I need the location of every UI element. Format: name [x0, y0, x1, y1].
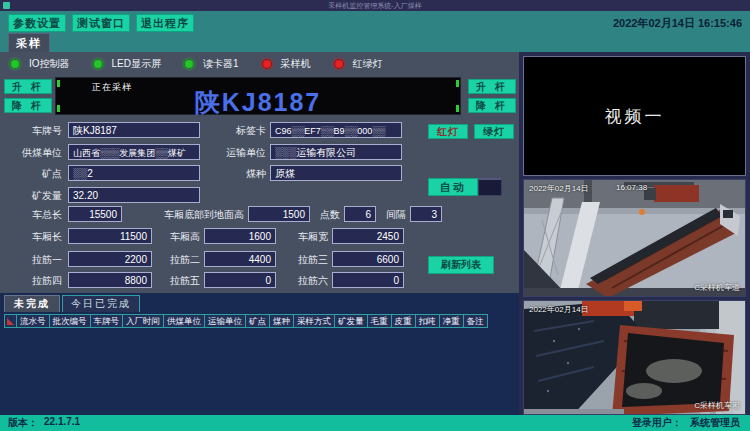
col-gross[interactable]: 毛重	[368, 314, 392, 328]
version-label: 版本：	[8, 416, 38, 430]
display-corner-marker	[57, 80, 60, 87]
col-transporter[interactable]: 运输单位	[205, 314, 246, 328]
tab-today-done[interactable]: 今日已完成	[62, 295, 140, 312]
card-reader-led-icon	[184, 59, 194, 69]
bed-length-label: 车厢长	[0, 230, 62, 244]
lower-rod-left-button[interactable]: 降 杆	[4, 98, 52, 113]
col-sampling-mode[interactable]: 采样方式	[294, 314, 335, 328]
display-corner-marker	[456, 80, 459, 87]
plate-number-display: 陕KJ8187	[56, 86, 460, 119]
tie4-label: 拉筋四	[0, 274, 62, 288]
col-tare[interactable]: 皮重	[392, 314, 416, 328]
plate-label: 车牌号	[0, 124, 62, 138]
tab-unfinished[interactable]: 未完成	[4, 295, 60, 312]
col-serial[interactable]: 流水号	[17, 314, 50, 328]
tie5-field[interactable]: 0	[204, 272, 276, 288]
sampler-label: 采样机	[281, 57, 311, 71]
col-mine-point[interactable]: 矿点	[246, 314, 270, 328]
bed-width-field[interactable]: 2450	[332, 228, 404, 244]
mine-point-label: 矿点	[0, 167, 62, 181]
tie1-field[interactable]: 2200	[68, 251, 152, 267]
col-plate[interactable]: 车牌号	[91, 314, 124, 328]
col-net[interactable]: 净重	[440, 314, 464, 328]
status-bar: 版本： 22.1.7.1 登录用户： 系统管理员	[0, 415, 750, 431]
red-light-button[interactable]: 红灯	[428, 124, 468, 139]
green-light-button[interactable]: 绿灯	[474, 124, 514, 139]
exit-program-button[interactable]: 退出程序	[136, 14, 194, 32]
cam1-time-overlay: 16:07:38	[616, 183, 647, 192]
led-screen-led-icon	[93, 59, 103, 69]
version-value: 22.1.7.1	[44, 416, 80, 430]
auto-toggle-indicator[interactable]	[478, 178, 502, 196]
bed-width-label: 车厢宽	[284, 230, 328, 244]
bed-to-ground-label: 车厢底部到地面高	[122, 208, 244, 222]
col-coal-type[interactable]: 煤种	[270, 314, 294, 328]
plate-field[interactable]: 陕KJ8187	[68, 122, 200, 138]
video-panel-1: 视频一	[523, 56, 746, 176]
tie3-label: 拉筋三	[284, 253, 328, 267]
tie6-field[interactable]: 0	[332, 272, 404, 288]
lower-rod-right-button[interactable]: 降 杆	[468, 98, 516, 113]
bed-height-field[interactable]: 1600	[204, 228, 276, 244]
window-title: 采样机监控管理系统-入厂煤样	[0, 1, 750, 11]
io-controller-led-icon	[10, 59, 20, 69]
datetime-display: 2022年02月14日 16:15:46	[613, 16, 742, 31]
auto-button[interactable]: 自动	[428, 178, 478, 196]
truck-total-length-label: 车总长	[0, 208, 62, 222]
cam2-date-overlay: 2022年02月14日	[529, 304, 589, 315]
supplier-field[interactable]: 山西省░░░发展集团░░煤矿	[68, 144, 200, 160]
raise-rod-left-button[interactable]: 升 杆	[4, 79, 52, 94]
tie2-label: 拉筋二	[156, 253, 200, 267]
video1-label: 视频一	[605, 105, 665, 128]
bed-length-field[interactable]: 11500	[68, 228, 152, 244]
tie1-label: 拉筋一	[0, 253, 62, 267]
led-display: 正在采样 陕KJ8187	[55, 77, 461, 115]
traffic-light-led-icon	[334, 59, 344, 69]
io-controller-label: IO控制器	[29, 57, 70, 71]
led-screen-label: LED显示屏	[112, 57, 161, 71]
camera-feed-bed: 2022年02月14日 C采样机车厢	[523, 300, 746, 415]
interval-field[interactable]: 3	[410, 206, 442, 222]
table-corner-cell	[4, 314, 17, 328]
tie3-field[interactable]: 6600	[332, 251, 404, 267]
points-field[interactable]: 6	[344, 206, 376, 222]
param-settings-button[interactable]: 参数设置	[8, 14, 66, 32]
test-window-button[interactable]: 测试窗口	[72, 14, 130, 32]
cam1-caption-overlay: C采样机车道	[694, 282, 740, 293]
raise-rod-right-button[interactable]: 升 杆	[468, 79, 516, 94]
truck-total-length-field[interactable]: 15500	[68, 206, 122, 222]
supplier-label: 供煤单位	[0, 146, 62, 160]
coal-type-field[interactable]: 原煤	[270, 165, 402, 181]
tag-card-field[interactable]: C96░░EF7░░B9░░000░░	[270, 122, 402, 138]
cam1-date-overlay: 2022年02月14日	[529, 183, 589, 194]
refresh-list-button[interactable]: 刷新列表	[428, 256, 494, 274]
camera-feed-bed-image	[524, 301, 746, 415]
col-mine-amount[interactable]: 矿发量	[335, 314, 368, 328]
display-corner-marker	[57, 105, 60, 112]
transporter-field[interactable]: ░░░运输有限公司	[270, 144, 402, 160]
tab-sampling[interactable]: 采样	[8, 33, 50, 52]
traffic-light-label: 红绿灯	[353, 57, 383, 71]
table-header-row: 流水号 批次编号 车牌号 入厂时间 供煤单位 运输单位 矿点 煤种 采样方式 矿…	[4, 314, 488, 328]
col-batch[interactable]: 批次编号	[50, 314, 91, 328]
col-remark[interactable]: 备注	[464, 314, 488, 328]
col-entry-time[interactable]: 入厂时间	[123, 314, 164, 328]
tie2-field[interactable]: 4400	[204, 251, 276, 267]
mine-point-field[interactable]: ░░2	[68, 165, 200, 181]
display-corner-marker	[456, 105, 459, 112]
sampler-led-icon	[262, 59, 272, 69]
login-user-value: 系统管理员	[690, 416, 740, 430]
device-status-row: IO控制器 LED显示屏 读卡器1 采样机 红绿灯	[10, 57, 397, 71]
col-supplier[interactable]: 供煤单位	[164, 314, 205, 328]
bed-to-ground-field[interactable]: 1500	[248, 206, 310, 222]
mine-amount-field[interactable]: 32.20	[68, 187, 200, 203]
cam2-caption-overlay: C采样机车厢	[694, 400, 740, 411]
tie4-field[interactable]: 8800	[68, 272, 152, 288]
tie5-label: 拉筋五	[156, 274, 200, 288]
col-deduct[interactable]: 扣吨	[416, 314, 440, 328]
mine-amount-label: 矿发量	[0, 189, 62, 203]
tag-card-label: 标签卡	[204, 124, 266, 138]
title-bar: 采样机监控管理系统-入厂煤样	[0, 0, 750, 11]
transporter-label: 运输单位	[204, 146, 266, 160]
camera-feed-lane: 2022年02月14日 16:07:38 C采样机车道	[523, 179, 746, 297]
